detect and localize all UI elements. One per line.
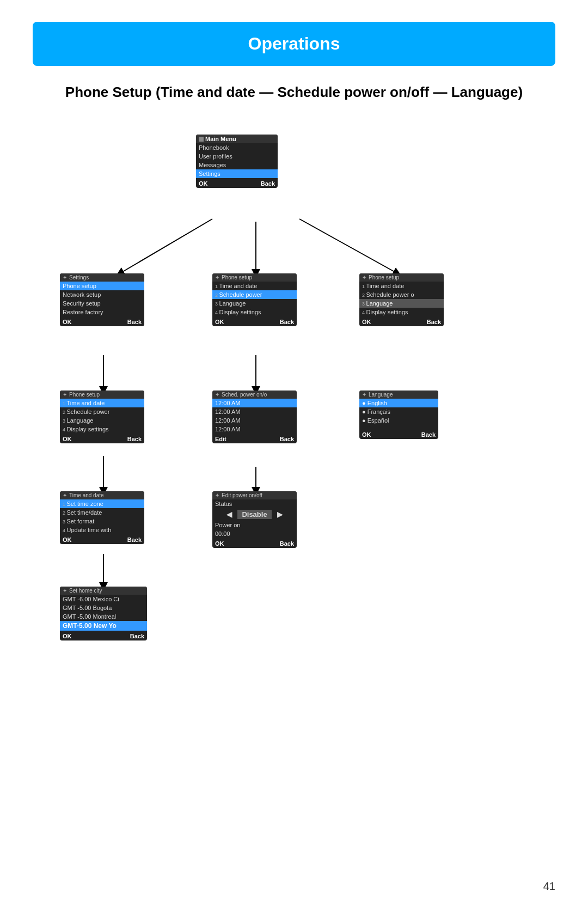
menu-item-settings: Settings bbox=[196, 169, 278, 178]
city-footer: OK Back bbox=[60, 632, 147, 640]
settings-phone-setup: Phone setup bbox=[60, 282, 144, 290]
menu-item-phonebook: Phonebook bbox=[196, 143, 278, 152]
time-and-date-screen: ✦ Time and date 1 Set time zone 2 Set ti… bbox=[60, 491, 144, 544]
pst-display: 4 Display settings bbox=[60, 425, 144, 434]
menu-item-userprofiles: User profiles bbox=[196, 152, 278, 161]
ps1-display: 4 Display settings bbox=[212, 308, 297, 316]
tad-update: 4 Update time with bbox=[60, 526, 144, 534]
svg-line-2 bbox=[299, 219, 397, 273]
language-screen: ✦ Language ● English ● Français ● Españo… bbox=[359, 391, 438, 439]
city-bogota: GMT -5.00 Bogota bbox=[60, 603, 147, 612]
settings-screen: ✦ Settings Phone setup Network setup Sec… bbox=[60, 273, 144, 326]
ep-status-label: Status bbox=[212, 499, 297, 508]
pst-footer: OK Back bbox=[60, 435, 144, 443]
sp-1: 12:00 AM bbox=[212, 399, 297, 407]
sp-3: 12:00 AM bbox=[212, 416, 297, 425]
lang-spanish: ● Español bbox=[359, 416, 438, 425]
pst-language: 3 Language bbox=[60, 416, 144, 425]
lang-french: ● Français bbox=[359, 407, 438, 416]
menu-item-messages: Messages bbox=[196, 161, 278, 169]
phone-setup-1-screen: ✦ Phone setup 1 Time and date 2 Schedule… bbox=[212, 273, 297, 326]
settings-network-setup: Network setup bbox=[60, 290, 144, 299]
lang-footer: OK Back bbox=[359, 430, 438, 439]
settings-security-setup: Security setup bbox=[60, 299, 144, 308]
settings-restore-factory: Restore factory bbox=[60, 308, 144, 316]
sp-footer: Edit Back bbox=[212, 435, 297, 443]
settings-footer: OK Back bbox=[60, 318, 144, 326]
city-mexico: GMT -6.00 Mexico Ci bbox=[60, 595, 147, 603]
ps2-footer: OK Back bbox=[359, 318, 444, 326]
ps2-schedule: 2 Schedule power o bbox=[359, 290, 444, 299]
tad-footer: OK Back bbox=[60, 535, 144, 544]
ps1-footer: OK Back bbox=[212, 318, 297, 326]
section-title: Phone Setup (Time and date — Schedule po… bbox=[22, 82, 566, 102]
city-newyork: GMT-5.00 New Yo bbox=[60, 621, 147, 631]
ps1-schedule: 2 Schedule power bbox=[212, 290, 297, 299]
phone-setup-time-screen: ✦ Phone setup 1 Time and date 2 Schedule… bbox=[60, 391, 144, 443]
pst-time: 1 Time and date bbox=[60, 399, 144, 407]
tad-timedate: 2 Set time/date bbox=[60, 508, 144, 517]
ps2-display: 4 Display settings bbox=[359, 308, 444, 316]
main-menu-screen: Main Menu Phonebook User profiles Messag… bbox=[196, 135, 278, 188]
city-montreal: GMT -5.00 Montreal bbox=[60, 612, 147, 621]
page-title: Operations bbox=[248, 34, 340, 53]
edit-power-screen: ✦ Edit power on/off Status ◀ Disable ▶ P… bbox=[212, 491, 297, 548]
header-bar: Operations bbox=[33, 22, 555, 66]
pst-schedule: 2 Schedule power bbox=[60, 407, 144, 416]
ps1-language: 3 Language bbox=[212, 299, 297, 308]
sched-power-screen: ✦ Sched. power on/o 12:00 AM 12:00 AM 12… bbox=[212, 391, 297, 443]
sp-4: 12:00 AM bbox=[212, 425, 297, 434]
diagram: Main Menu Phonebook User profiles Messag… bbox=[33, 118, 555, 652]
main-menu-footer: OK Back bbox=[196, 179, 278, 188]
main-menu-title: Main Menu bbox=[205, 136, 236, 142]
ep-time: 00:00 bbox=[212, 529, 297, 538]
ep-footer: OK Back bbox=[212, 539, 297, 548]
phone-setup-2-screen: ✦ Phone setup 1 Time and date 2 Schedule… bbox=[359, 273, 444, 326]
ps2-time: 1 Time and date bbox=[359, 282, 444, 290]
tad-format: 3 Set format bbox=[60, 517, 144, 526]
page-number: 41 bbox=[543, 880, 555, 893]
ps1-time: 1 Time and date bbox=[212, 282, 297, 290]
tad-timezone: 1 Set time zone bbox=[60, 499, 144, 508]
sp-2: 12:00 AM bbox=[212, 407, 297, 416]
ep-disable-row: ◀ Disable ▶ bbox=[212, 508, 297, 521]
lang-english: ● English bbox=[359, 399, 438, 407]
ep-power-on: Power on bbox=[212, 521, 297, 529]
set-home-city-screen: ✦ Set home city GMT -6.00 Mexico Ci GMT … bbox=[60, 587, 147, 640]
svg-line-0 bbox=[120, 219, 212, 273]
ps2-language: 3 Language bbox=[359, 299, 444, 308]
